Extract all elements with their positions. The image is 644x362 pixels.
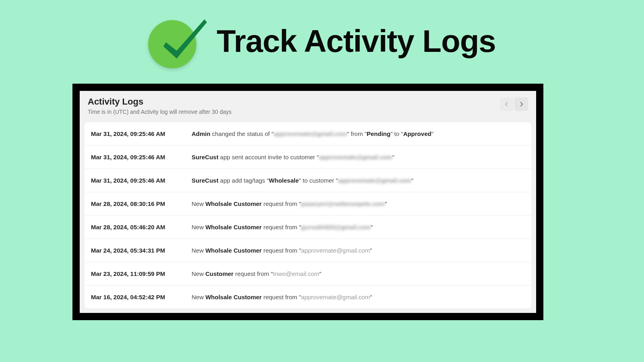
log-message: New Wholsale Customer request from "gurs… — [192, 224, 525, 230]
next-page-button[interactable] — [514, 97, 528, 111]
log-row: Mar 23, 2024, 11:09:59 PMNew Customer re… — [85, 262, 531, 286]
app-frame: Activity Logs Time is in (UTC) and Activ… — [72, 84, 543, 320]
log-row: Mar 31, 2024, 09:25:46 AMSureCust app se… — [85, 146, 531, 169]
prev-page-button — [500, 97, 514, 111]
activity-panel: Activity Logs Time is in (UTC) and Activ… — [80, 91, 536, 313]
log-message: New Wholsale Customer request from "paza… — [192, 200, 525, 207]
log-row: Mar 24, 2024, 05:34:31 PMNew Wholsale Cu… — [85, 239, 531, 262]
panel-title: Activity Logs — [88, 97, 231, 107]
panel-subtitle: Time is in (UTC) and Activity log will r… — [88, 109, 231, 115]
log-message: New Wholsale Customer request from "appr… — [192, 247, 525, 254]
log-row: Mar 31, 2024, 09:25:46 AMSureCust app ad… — [85, 169, 531, 192]
checkmark-icon — [148, 14, 202, 68]
log-message: New Customer request from "tnwo@email.co… — [192, 270, 525, 277]
log-timestamp: Mar 31, 2024, 09:25:46 AM — [91, 130, 192, 137]
log-message: New Wholsale Customer request from "appr… — [192, 294, 525, 300]
log-message: Admin changed the status of "approvemate… — [192, 130, 525, 137]
pagination — [500, 97, 528, 115]
log-message: SureCust app add tag/tags "Wholesale" to… — [192, 177, 525, 184]
log-row: Mar 31, 2024, 09:25:46 AMAdmin changed t… — [85, 122, 531, 146]
log-timestamp: Mar 31, 2024, 09:25:46 AM — [91, 154, 192, 160]
hero-banner: Track Activity Logs — [0, 14, 644, 68]
log-timestamp: Mar 28, 2024, 05:46:20 AM — [91, 224, 192, 230]
log-row: Mar 28, 2024, 08:30:16 PMNew Wholsale Cu… — [85, 192, 531, 216]
log-timestamp: Mar 16, 2024, 04:52:42 PM — [91, 294, 192, 300]
chevron-left-icon — [504, 101, 510, 107]
log-row: Mar 28, 2024, 05:46:20 AMNew Wholsale Cu… — [85, 216, 531, 239]
log-message: SureCust app sent account invite to cust… — [192, 154, 525, 160]
log-timestamp: Mar 23, 2024, 11:09:59 PM — [91, 270, 192, 277]
log-row: Mar 16, 2024, 04:52:42 PMNew Wholsale Cu… — [85, 286, 531, 309]
log-timestamp: Mar 28, 2024, 08:30:16 PM — [91, 200, 192, 207]
log-list: Mar 31, 2024, 09:25:46 AMAdmin changed t… — [85, 122, 531, 309]
chevron-right-icon — [518, 101, 524, 107]
hero-title: Track Activity Logs — [217, 23, 495, 60]
log-timestamp: Mar 31, 2024, 09:25:46 AM — [91, 177, 192, 184]
log-timestamp: Mar 24, 2024, 05:34:31 PM — [91, 247, 192, 254]
